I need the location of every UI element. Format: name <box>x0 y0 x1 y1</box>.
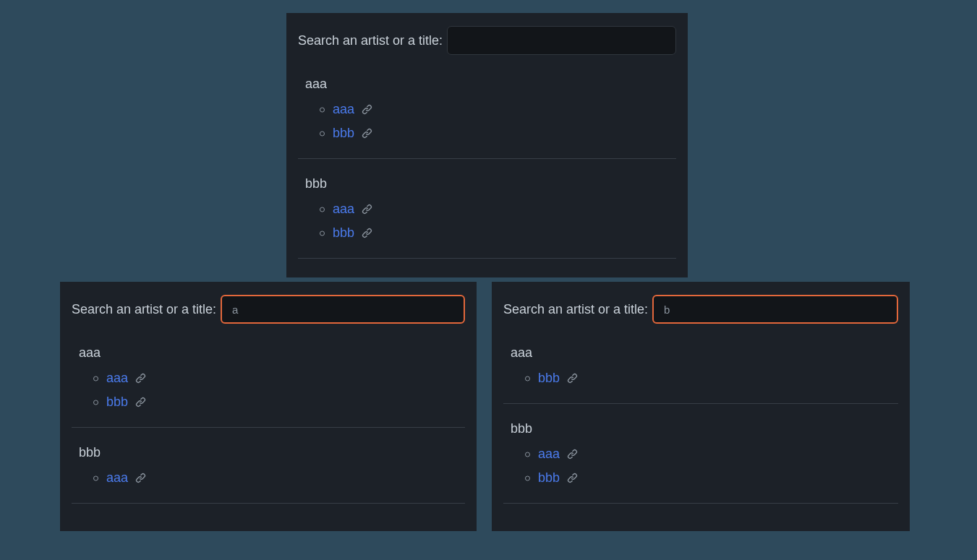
item-link[interactable]: aaa <box>106 470 128 486</box>
group-items: aaa bbb <box>298 197 676 245</box>
result-group: bbb aaa bbb <box>298 171 676 259</box>
list-item: bbb <box>333 221 676 245</box>
link-icon[interactable] <box>567 373 578 384</box>
search-row: Search an artist or a title: <box>72 295 465 324</box>
result-group: aaa aaa bbb <box>298 71 676 159</box>
group-title: aaa <box>503 341 898 366</box>
list-item: aaa <box>106 366 465 390</box>
search-panel-left: Search an artist or a title: aaa aaa bbb… <box>60 282 477 531</box>
result-group: aaa bbb <box>503 340 898 404</box>
group-title: bbb <box>503 417 898 442</box>
list-item: aaa <box>333 98 676 121</box>
link-icon[interactable] <box>362 204 372 215</box>
group-title: bbb <box>72 441 465 466</box>
list-item: bbb <box>538 366 898 390</box>
search-panel-top: Search an artist or a title: aaa aaa bbb… <box>286 13 688 277</box>
search-input[interactable] <box>652 295 898 324</box>
item-link[interactable]: aaa <box>333 202 354 217</box>
search-input[interactable] <box>447 26 676 55</box>
item-link[interactable]: bbb <box>333 126 354 141</box>
group-title: aaa <box>72 341 465 366</box>
item-link[interactable]: bbb <box>538 470 560 486</box>
list-item: bbb <box>106 390 465 414</box>
item-link[interactable]: bbb <box>106 395 128 410</box>
link-icon[interactable] <box>135 473 146 483</box>
group-items: bbb <box>503 366 898 390</box>
search-label: Search an artist or a title: <box>72 302 216 317</box>
link-icon[interactable] <box>362 228 372 238</box>
item-link[interactable]: bbb <box>538 371 560 386</box>
link-icon[interactable] <box>135 397 146 408</box>
search-label: Search an artist or a title: <box>503 302 648 317</box>
item-link[interactable]: aaa <box>538 447 560 462</box>
search-input[interactable] <box>221 295 465 324</box>
link-icon[interactable] <box>135 373 146 384</box>
item-link[interactable]: aaa <box>333 102 354 117</box>
list-item: aaa <box>333 197 676 221</box>
search-panel-right: Search an artist or a title: aaa bbb bbb… <box>492 282 910 531</box>
group-items: aaa <box>72 466 465 490</box>
link-icon[interactable] <box>567 473 578 483</box>
link-icon[interactable] <box>362 104 372 115</box>
item-link[interactable]: aaa <box>106 371 128 386</box>
search-row: Search an artist or a title: <box>298 26 676 55</box>
list-item: aaa <box>538 442 898 466</box>
list-item: aaa <box>106 466 465 490</box>
search-label: Search an artist or a title: <box>298 33 443 48</box>
search-row: Search an artist or a title: <box>503 295 898 324</box>
result-group: bbb aaa bbb <box>503 415 898 504</box>
list-item: bbb <box>333 121 676 145</box>
group-items: aaa bbb <box>298 98 676 145</box>
group-title: aaa <box>298 72 676 98</box>
link-icon[interactable] <box>362 128 372 139</box>
group-items: aaa bbb <box>503 442 898 490</box>
result-group: bbb aaa <box>72 439 465 504</box>
item-link[interactable]: bbb <box>333 225 354 241</box>
list-item: bbb <box>538 466 898 490</box>
link-icon[interactable] <box>567 449 578 460</box>
group-title: bbb <box>298 172 676 197</box>
result-group: aaa aaa bbb <box>72 340 465 428</box>
group-items: aaa bbb <box>72 366 465 414</box>
